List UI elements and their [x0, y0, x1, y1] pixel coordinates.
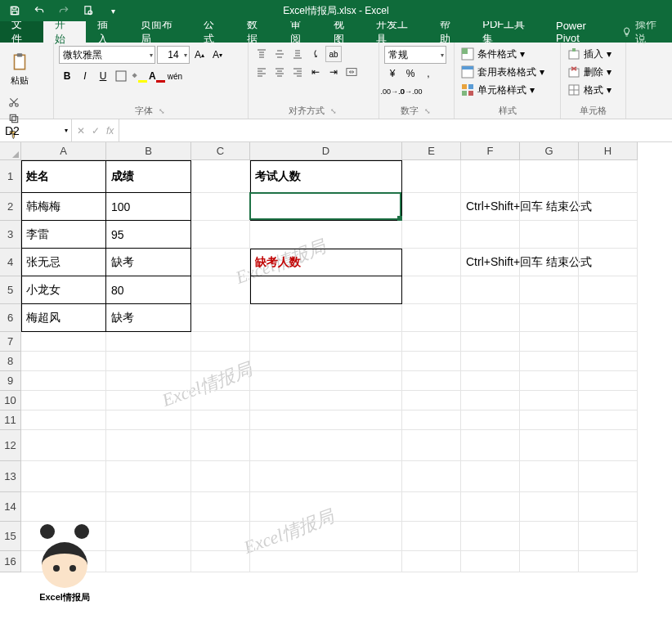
select-all-button[interactable]	[0, 142, 21, 160]
currency-icon[interactable]: ¥	[384, 65, 401, 82]
row-header[interactable]: 16	[0, 551, 21, 572]
cell-A8[interactable]	[21, 352, 106, 371]
row-header[interactable]: 5	[0, 276, 21, 304]
conditional-formatting-button[interactable]: 条件格式 ▾	[459, 46, 555, 62]
cell-C7[interactable]	[191, 332, 250, 352]
cell-H13[interactable]	[579, 461, 638, 492]
cancel-formula-icon[interactable]: ✕	[77, 125, 85, 137]
enter-formula-icon[interactable]: ✓	[92, 125, 100, 137]
cell-G3[interactable]	[520, 221, 579, 249]
row-header[interactable]: 2	[0, 193, 21, 221]
cell-G16[interactable]	[520, 551, 579, 572]
cell-F12[interactable]	[461, 430, 520, 461]
cell-H3[interactable]	[579, 221, 638, 249]
cell-B7[interactable]	[106, 332, 191, 352]
row-header[interactable]: 3	[0, 221, 21, 249]
fill-color-button[interactable]	[131, 68, 147, 84]
cell-F1[interactable]	[461, 160, 520, 193]
print-preview-icon[interactable]	[78, 2, 98, 19]
row-header[interactable]: 8	[0, 352, 21, 371]
cell-F6[interactable]	[461, 304, 520, 332]
cell-D5[interactable]	[250, 276, 402, 304]
cell-H12[interactable]	[579, 430, 638, 461]
font-name-combo[interactable]: 微软雅黑▾	[59, 46, 155, 64]
align-top-icon[interactable]	[253, 46, 270, 62]
format-cells-button[interactable]: 格式 ▾	[566, 82, 620, 98]
row-header[interactable]: 4	[0, 249, 21, 276]
cell-E6[interactable]	[402, 304, 461, 332]
cell-D3[interactable]	[250, 221, 402, 249]
cell-D13[interactable]	[250, 461, 402, 492]
cell-F4[interactable]: Ctrl+Shift+回车 结束公式	[461, 249, 520, 276]
cell-E16[interactable]	[402, 551, 461, 572]
row-header[interactable]: 13	[0, 461, 21, 492]
cell-A7[interactable]	[21, 332, 106, 352]
cell-C5[interactable]	[191, 276, 250, 304]
column-header[interactable]: D	[250, 142, 402, 160]
cell-F11[interactable]	[461, 410, 520, 430]
row-header[interactable]: 7	[0, 332, 21, 352]
cell-B11[interactable]	[106, 410, 191, 430]
cell-D16[interactable]	[250, 551, 402, 572]
column-header[interactable]: C	[191, 142, 250, 160]
cell-A14[interactable]	[21, 492, 106, 522]
cell-C9[interactable]	[191, 371, 250, 391]
cell-B9[interactable]	[106, 371, 191, 391]
cell-D9[interactable]	[250, 371, 402, 391]
percent-icon[interactable]: %	[402, 65, 419, 82]
column-header[interactable]: G	[520, 142, 579, 160]
align-right-icon[interactable]	[289, 64, 306, 80]
cell-H6[interactable]	[579, 304, 638, 332]
decrease-indent-icon[interactable]: ⇤	[307, 64, 324, 80]
cell-E5[interactable]	[402, 276, 461, 304]
tab-view[interactable]: 视图	[322, 21, 365, 43]
cell-G12[interactable]	[520, 430, 579, 461]
row-header[interactable]: 14	[0, 492, 21, 522]
cell-E12[interactable]	[402, 430, 461, 461]
cell-G4[interactable]	[520, 249, 579, 276]
cell-C4[interactable]	[191, 249, 250, 276]
cell-H1[interactable]	[579, 160, 638, 193]
cell-H15[interactable]	[579, 522, 638, 551]
cell-H5[interactable]	[579, 276, 638, 304]
tab-insert[interactable]: 插入	[86, 21, 129, 43]
cell-A4[interactable]: 张无忌	[21, 249, 106, 276]
tab-data[interactable]: 数据	[235, 21, 279, 43]
cell-B12[interactable]	[106, 430, 191, 461]
row-header[interactable]: 9	[0, 371, 21, 391]
cell-D10[interactable]	[250, 391, 402, 410]
cut-icon[interactable]	[5, 95, 23, 110]
cell-A1[interactable]: 姓名	[21, 160, 106, 193]
cell-B8[interactable]	[106, 352, 191, 371]
cell-D8[interactable]	[250, 352, 402, 371]
row-header[interactable]: 12	[0, 430, 21, 461]
row-header[interactable]: 11	[0, 410, 21, 430]
fx-icon[interactable]: fx	[106, 125, 114, 137]
cell-G15[interactable]	[520, 522, 579, 551]
cell-E7[interactable]	[402, 332, 461, 352]
cell-G5[interactable]	[520, 276, 579, 304]
cell-G13[interactable]	[520, 461, 579, 492]
delete-cells-button[interactable]: 删除 ▾	[566, 64, 620, 80]
cell-D14[interactable]	[250, 492, 402, 522]
formula-input[interactable]	[119, 119, 672, 141]
cell-F3[interactable]	[461, 221, 520, 249]
qat-customize-icon[interactable]: ▾	[103, 2, 123, 19]
cell-A5[interactable]: 小龙女	[21, 276, 106, 304]
cell-H7[interactable]	[579, 332, 638, 352]
cell-C15[interactable]	[191, 522, 250, 551]
number-launcher-icon[interactable]: ⤡	[422, 105, 433, 117]
cell-C2[interactable]	[191, 193, 250, 221]
cell-A9[interactable]	[21, 371, 106, 391]
cell-H10[interactable]	[579, 391, 638, 410]
increase-indent-icon[interactable]: ⇥	[325, 64, 342, 80]
cell-F16[interactable]	[461, 551, 520, 572]
row-header[interactable]: 15	[0, 522, 21, 551]
name-box[interactable]: D2▾	[0, 119, 72, 141]
tab-formula[interactable]: 公式	[192, 21, 235, 43]
increase-font-icon[interactable]: A▴	[191, 47, 208, 63]
cell-H2[interactable]	[579, 193, 638, 221]
cell-D6[interactable]	[250, 304, 402, 332]
paste-button[interactable]: 粘贴	[5, 46, 34, 92]
cell-E1[interactable]	[402, 160, 461, 193]
